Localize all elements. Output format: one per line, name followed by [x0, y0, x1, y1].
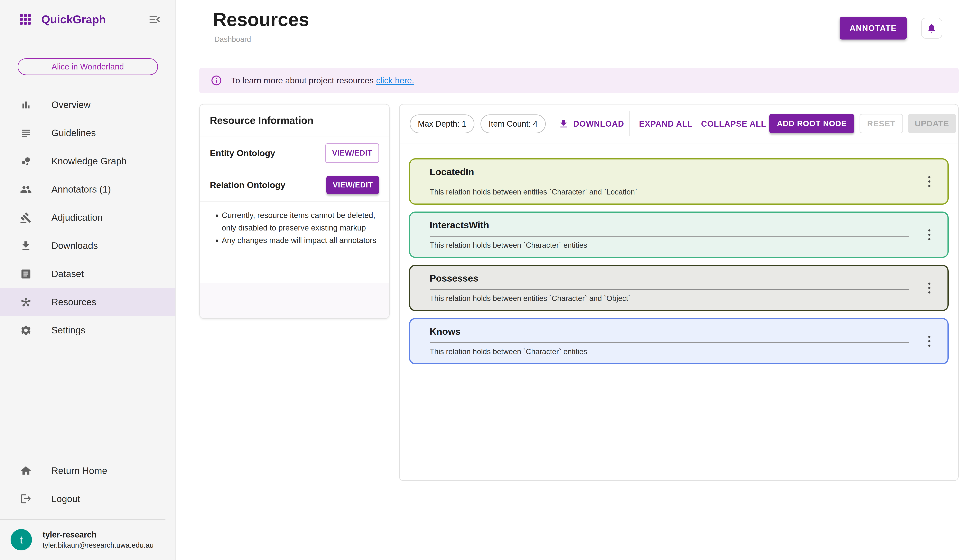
update-button[interactable]: UPDATE — [908, 114, 956, 133]
kebab-menu-icon[interactable] — [921, 332, 937, 351]
article-icon — [20, 268, 32, 280]
max-depth-chip: Max Depth: 1 — [410, 115, 474, 133]
relation-card-locatedin: LocatedIn This relation holds between en… — [409, 158, 949, 205]
app-title: QuickGraph — [41, 13, 148, 26]
kebab-menu-icon[interactable] — [921, 225, 937, 244]
apps-grid-icon[interactable] — [20, 14, 30, 25]
collapse-sidebar-icon[interactable] — [148, 13, 162, 26]
relation-tree-panel: Max Depth: 1 Item Count: 4 DOWNLOAD EXPA… — [399, 104, 959, 481]
breadcrumb: Dashboard — [214, 35, 251, 43]
relation-description: This relation holds between entities `Ch… — [430, 294, 631, 303]
relation-name-input[interactable]: Possesses — [430, 273, 478, 284]
logo-row: QuickGraph — [0, 0, 175, 39]
download-icon — [558, 118, 569, 129]
sidebar-item-return-home[interactable]: Return Home — [0, 457, 175, 485]
add-root-node-button[interactable]: ADD ROOT NODE — [769, 114, 854, 133]
hub-icon — [20, 296, 32, 308]
input-underline — [430, 236, 909, 237]
people-icon — [20, 183, 32, 195]
entity-ontology-view-edit-button[interactable]: VIEW/EDIT — [325, 143, 379, 163]
resource-notes: Currently, resource items cannot be dele… — [200, 202, 389, 247]
item-count-chip: Item Count: 4 — [481, 115, 546, 133]
info-banner: To learn more about project resources cl… — [199, 68, 959, 93]
bell-icon — [926, 23, 937, 33]
notifications-button[interactable] — [921, 18, 942, 39]
relation-description: This relation holds between `Character` … — [430, 241, 587, 250]
relation-card-knows: Knows This relation holds between `Chara… — [409, 318, 949, 364]
relation-ontology-view-edit-button[interactable]: VIEW/EDIT — [326, 176, 379, 194]
input-underline — [430, 183, 909, 183]
subject-lines-icon — [20, 127, 32, 139]
sidebar-item-settings[interactable]: Settings — [0, 316, 175, 344]
kebab-menu-icon[interactable] — [921, 278, 937, 297]
relation-cards: LocatedIn This relation holds between en… — [409, 143, 949, 365]
tree-toolbar: Max Depth: 1 Item Count: 4 DOWNLOAD EXPA… — [399, 105, 958, 143]
note-item: Currently, resource items cannot be dele… — [222, 209, 381, 234]
gavel-icon — [20, 212, 32, 223]
annotate-button[interactable]: ANNOTATE — [840, 17, 907, 39]
entity-ontology-row: Entity Ontology VIEW/EDIT — [200, 137, 389, 169]
resource-info-card: Resource Information Entity Ontology VIE… — [199, 104, 390, 319]
sidebar-item-downloads[interactable]: Downloads — [0, 232, 175, 260]
relation-name-input[interactable]: InteractsWith — [430, 220, 489, 230]
collapse-all-button[interactable]: COLLAPSE ALL — [701, 115, 766, 133]
relation-name-input[interactable]: LocatedIn — [430, 167, 474, 177]
input-underline — [430, 289, 909, 290]
page-title: Resources — [213, 9, 309, 30]
banner-text: To learn more about project resources — [231, 76, 374, 85]
bar-chart-icon — [20, 99, 32, 111]
relation-card-interactswith: InteractsWith This relation holds betwee… — [409, 212, 949, 258]
sidebar-nav: Overview Guidelines Knowledge Graph Anno… — [0, 91, 175, 344]
sidebar-item-knowledge-graph[interactable]: Knowledge Graph — [0, 147, 175, 175]
relation-description: This relation holds between entities `Ch… — [430, 188, 638, 196]
gear-icon — [20, 324, 32, 337]
sidebar-item-overview[interactable]: Overview — [0, 91, 175, 119]
sidebar: QuickGraph Alice in Wonderland Overview … — [0, 0, 176, 560]
toolbar-divider — [848, 111, 848, 137]
sidebar-item-resources[interactable]: Resources — [0, 288, 175, 316]
sidebar-item-adjudication[interactable]: Adjudication — [0, 203, 175, 232]
sidebar-item-logout[interactable]: Logout — [0, 485, 175, 513]
input-underline — [430, 342, 909, 343]
relation-ontology-row: Relation Ontology VIEW/EDIT — [200, 169, 389, 201]
download-button[interactable]: DOWNLOAD — [558, 115, 624, 133]
expand-all-button[interactable]: EXPAND ALL — [639, 115, 693, 133]
quickgraph-app: QuickGraph Alice in Wonderland Overview … — [0, 0, 979, 560]
logout-icon — [20, 493, 32, 505]
sidebar-item-dataset[interactable]: Dataset — [0, 260, 175, 288]
avatar: t — [10, 529, 32, 550]
bubble-chart-icon — [20, 155, 32, 167]
download-icon — [20, 240, 32, 252]
toolbar-divider — [629, 111, 630, 137]
user-email: tyler.bikaun@research.uwa.edu.au — [43, 541, 154, 550]
note-item: Any changes made will impact all annotat… — [222, 234, 381, 247]
reset-button[interactable]: RESET — [860, 114, 903, 133]
info-icon — [211, 75, 222, 86]
relation-card-possesses: Possesses This relation holds between en… — [409, 265, 949, 311]
sidebar-item-guidelines[interactable]: Guidelines — [0, 119, 175, 147]
user-section: t tyler-research tyler.bikaun@research.u… — [0, 520, 175, 560]
relation-description: This relation holds between `Character` … — [430, 347, 587, 356]
relation-name-input[interactable]: Knows — [430, 326, 461, 337]
project-name-chip: Alice in Wonderland — [18, 58, 158, 75]
username: tyler-research — [43, 530, 154, 540]
sidebar-item-annotators[interactable]: Annotators (1) — [0, 175, 175, 203]
home-icon — [20, 465, 32, 477]
resource-info-footer — [200, 283, 389, 318]
banner-link[interactable]: click here. — [376, 76, 414, 85]
main-content: Resources Dashboard ANNOTATE To learn mo… — [177, 0, 979, 560]
resource-info-title: Resource Information — [200, 105, 389, 137]
kebab-menu-icon[interactable] — [921, 172, 937, 191]
